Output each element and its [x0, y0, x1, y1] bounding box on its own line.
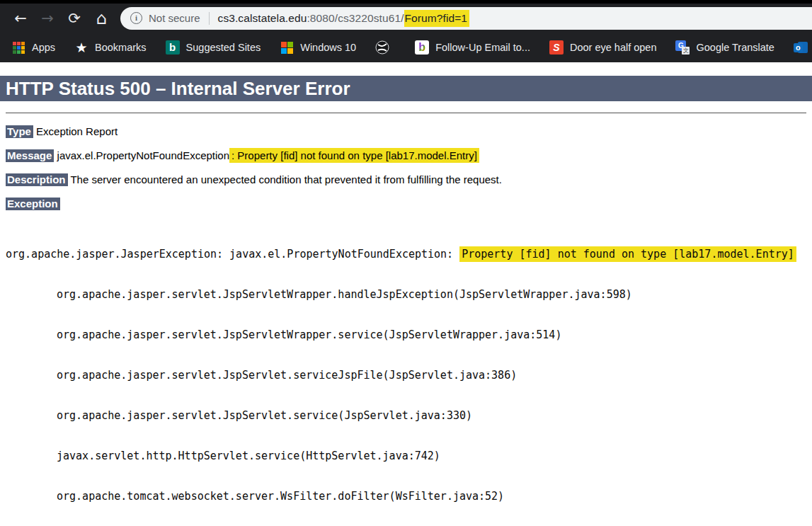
type-value: Exception Report	[36, 125, 118, 137]
bookmark-google-translate[interactable]: G文 Google Translate	[675, 40, 774, 55]
security-status-label[interactable]: Not secure	[149, 12, 200, 24]
reload-button[interactable]: ⟳	[61, 6, 88, 30]
back-button[interactable]: ←	[7, 6, 34, 30]
globe-icon	[375, 40, 389, 55]
bookmark-mail[interactable]: o Mail	[794, 40, 812, 55]
exception-message-prefix: org.apache.jasper.JasperException: javax…	[6, 248, 459, 261]
exception-badge: Exception	[6, 198, 60, 210]
bookmark-label: Windows 10	[300, 42, 356, 53]
stack-frame: org.apache.jasper.servlet.JspServletWrap…	[6, 328, 812, 342]
bookmark-label: Suggested Sites	[186, 42, 261, 53]
page-title: HTTP Status 500 – Internal Server Error	[0, 76, 812, 101]
bookmark-label: Google Translate	[696, 42, 774, 53]
bookmark-label: Apps	[32, 42, 55, 53]
home-button[interactable]: ⌂	[88, 6, 115, 30]
description-badge: Description	[6, 173, 68, 186]
divider	[6, 113, 806, 113]
description-row: Description The server encountered an un…	[6, 173, 806, 185]
forward-button[interactable]: →	[34, 6, 61, 30]
star-icon: ★	[74, 40, 88, 55]
exception-stacktrace: org.apache.jasper.JasperException: javax…	[6, 221, 812, 526]
red-swirl-icon: S	[549, 40, 564, 55]
google-translate-icon: G文	[675, 40, 690, 55]
stack-frame: org.apache.jasper.servlet.JspServlet.ser…	[6, 369, 812, 382]
type-row: Type Exception Report	[6, 125, 806, 137]
stack-frame: org.apache.jasper.servlet.JspServletWrap…	[6, 288, 812, 302]
stack-frame: org.apache.jasper.servlet.JspServlet.ser…	[6, 409, 812, 423]
address-bar[interactable]: i Not secure cs3.calstatela.edu:8080/cs3…	[120, 7, 812, 30]
info-icon[interactable]: i	[130, 12, 142, 24]
type-badge: Type	[6, 125, 33, 138]
colorful-b-icon: b	[415, 40, 429, 55]
message-value: javax.el.PropertyNotFoundException: Prop…	[57, 148, 479, 163]
message-prefix: javax.el.PropertyNotFoundException	[57, 149, 229, 161]
message-badge: Message	[6, 149, 54, 162]
bookmark-bookmarks[interactable]: ★ Bookmarks	[74, 40, 147, 55]
exception-message-line: org.apache.jasper.JasperException: javax…	[6, 248, 812, 261]
url-host: cs3.calstatela.edu	[218, 12, 307, 24]
apps-grid-icon	[11, 40, 25, 55]
stack-frame: javax.servlet.http.HttpServlet.service(H…	[6, 450, 812, 463]
bookmark-label: Bookmarks	[95, 42, 147, 53]
exception-section-header: Exception	[6, 198, 806, 210]
bookmark-windows-10[interactable]: Windows 10	[280, 40, 356, 55]
bing-icon: b	[166, 40, 180, 55]
url-path: :8080/cs3220stu61/	[307, 12, 404, 24]
bookmark-door-eye-half-open[interactable]: S Door eye half open	[549, 40, 657, 55]
bookmark-globe[interactable]	[375, 40, 396, 55]
error-page: HTTP Status 500 – Internal Server Error …	[0, 76, 812, 526]
bookmark-follow-up-email[interactable]: b Follow-Up Email to...	[415, 40, 530, 55]
bookmark-apps[interactable]: Apps	[11, 40, 55, 55]
outlook-mail-icon: o	[794, 40, 808, 55]
bookmarks-bar: Apps ★ Bookmarks b Suggested Sites Windo…	[0, 33, 812, 62]
bookmark-label: Follow-Up Email to...	[435, 42, 530, 53]
bookmark-suggested-sites[interactable]: b Suggested Sites	[166, 40, 261, 55]
browser-toolbar: ← → ⟳ ⌂ i Not secure cs3.calstatela.edu:…	[0, 4, 812, 33]
browser-chrome: ← → ⟳ ⌂ i Not secure cs3.calstatela.edu:…	[0, 0, 812, 62]
windows-icon	[280, 40, 294, 55]
message-highlighted-text: : Property [fid] not found on type [lab1…	[229, 148, 479, 163]
description-value: The server encountered an unexpected con…	[70, 173, 502, 185]
url-highlighted-segment: Forum?fid=1	[404, 10, 470, 27]
url-text[interactable]: cs3.calstatela.edu:8080/cs3220stu61/Foru…	[218, 12, 470, 25]
omnibox-divider	[209, 12, 210, 25]
bookmark-label: Door eye half open	[570, 42, 657, 53]
message-row: Message javax.el.PropertyNotFoundExcepti…	[6, 149, 806, 161]
stack-frame: org.apache.tomcat.websocket.server.WsFil…	[6, 490, 812, 503]
exception-highlighted-text: Property [fid] not found on type [lab17.…	[459, 246, 796, 262]
